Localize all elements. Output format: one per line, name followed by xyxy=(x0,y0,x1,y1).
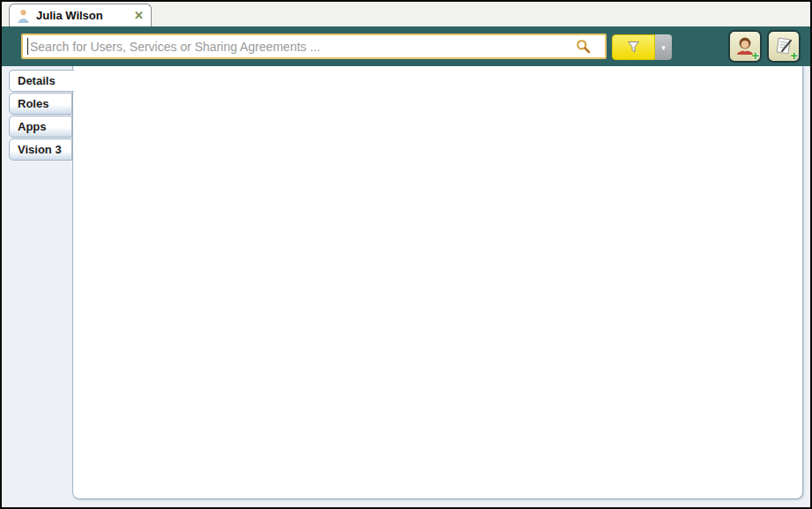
add-sharing-agreement-button[interactable]: + xyxy=(767,30,801,63)
tab-vision3[interactable]: Vision 3 xyxy=(9,138,72,161)
person-icon xyxy=(17,9,30,23)
filter-split-button[interactable]: ▾ xyxy=(612,34,672,60)
plus-badge-icon: + xyxy=(790,49,798,62)
plus-badge-icon: + xyxy=(751,49,759,62)
filter-dropdown-button[interactable]: ▾ xyxy=(655,34,672,60)
search-box[interactable] xyxy=(21,34,607,59)
filter-button[interactable] xyxy=(612,34,655,60)
search-icon[interactable] xyxy=(576,39,591,54)
tab-apps[interactable]: Apps xyxy=(9,116,72,138)
chevron-down-icon: ▾ xyxy=(661,43,666,52)
close-icon[interactable]: ✕ xyxy=(134,10,144,21)
tab-details[interactable]: Details xyxy=(9,70,74,92)
open-user-tab[interactable]: Julia Wilson ✕ xyxy=(9,4,152,26)
text-caret xyxy=(27,38,28,55)
search-input[interactable] xyxy=(23,40,576,54)
details-panel xyxy=(72,66,803,499)
tab-title: Julia Wilson xyxy=(36,9,128,22)
user-details-window: Julia Wilson ✕ ▾ + xyxy=(0,0,812,509)
add-user-button[interactable]: + xyxy=(728,30,762,63)
tab-roles[interactable]: Roles xyxy=(9,93,72,115)
funnel-icon xyxy=(627,41,640,54)
